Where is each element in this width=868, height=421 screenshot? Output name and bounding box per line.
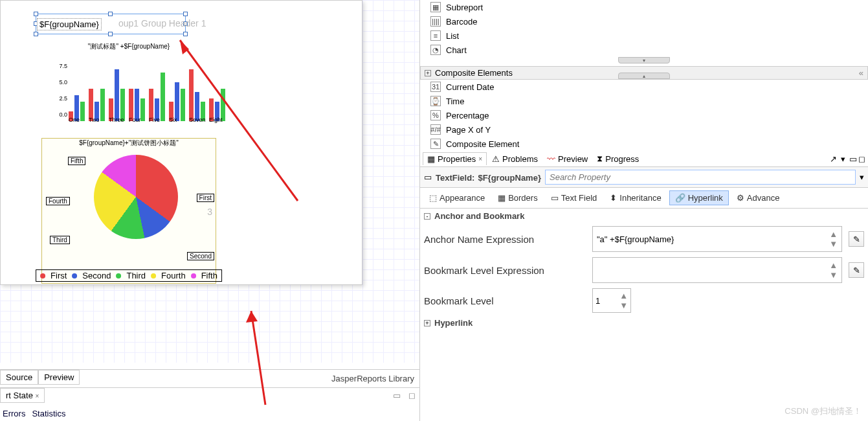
lib-label: JasperReports Library: [331, 374, 414, 383]
maximize-view-icon[interactable]: ◻: [858, 154, 865, 164]
barcode-icon: ||||: [430, 16, 441, 27]
current-date-icon: 31: [430, 82, 441, 92]
collapse-handle-icon[interactable]: ▾: [618, 57, 670, 63]
textfield-groupname[interactable]: $F{groupName}: [37, 18, 102, 30]
palette-item-chart[interactable]: ◔Chart: [420, 43, 868, 57]
pie-label-fourth: Fourth: [46, 197, 70, 205]
bar-xlabel: Three: [109, 117, 124, 123]
palette-item-page-x-of-y[interactable]: #/#Page X of Y: [420, 122, 868, 137]
bar-ylabel: 2.5: [48, 95, 67, 102]
pie-label-third: Third: [50, 236, 70, 244]
bar-chart[interactable]: "测试标题" +$F{groupName} 0.02.55.07.5 OneTw…: [41, 42, 216, 139]
search-property-input[interactable]: [545, 170, 856, 185]
expression-editor-button-2[interactable]: ✎: [849, 262, 864, 278]
composite-header: Composite Elements: [435, 68, 513, 78]
label-bookmark-level: Bookmark Level: [424, 295, 586, 306]
bar-ylabel: 5.0: [48, 79, 67, 85]
expand-icon[interactable]: +: [425, 70, 431, 76]
time-icon: ⌚: [430, 96, 441, 106]
bar: [189, 69, 194, 121]
list-icon: ≡: [430, 30, 441, 41]
hyperlink-icon: 🔗: [675, 193, 685, 203]
tab-preview[interactable]: Preview: [38, 370, 80, 385]
bar: [80, 102, 85, 121]
bar-xlabel: Six: [169, 117, 177, 123]
bar: [175, 82, 179, 121]
bar: [161, 73, 165, 121]
subreport-icon: ▦: [430, 2, 441, 12]
views-tabbar: ▦Properties × ⚠Problems 〰Preview ⧗Progre…: [420, 151, 868, 167]
subtab-appearance[interactable]: ⬚Appearance: [424, 191, 490, 205]
subtab-text-field[interactable]: ▭Text Field: [546, 191, 603, 205]
band-label-header: oup1 Group Header 1: [118, 18, 206, 28]
bar-xlabel: Eight: [209, 117, 223, 123]
label-bookmark-expr: Bookmark Level Expression: [424, 265, 586, 276]
property-subtabs: ⬚Appearance▦Borders▭Text Field⬍Inheritan…: [420, 188, 868, 209]
minimize-icon[interactable]: ▭: [389, 391, 405, 400]
collapse-icon[interactable]: -: [424, 213, 430, 220]
tab-rt-state[interactable]: rt State ×: [0, 388, 45, 403]
collapse-handle-up-icon[interactable]: ▴: [618, 73, 670, 79]
palette-item-barcode[interactable]: ||||Barcode: [420, 14, 868, 28]
menu-icon[interactable]: ▾: [838, 154, 848, 164]
percentage-icon: %: [430, 110, 441, 120]
expression-editor-button[interactable]: ✎: [849, 231, 864, 247]
palette-item-percentage[interactable]: %Percentage: [420, 108, 868, 122]
designer-canvas[interactable]: $F{groupName} oup1 Group Header 1 Detail…: [0, 0, 419, 363]
pie-chart-title: $F{groupName}+"测试饼图小标题": [42, 139, 216, 148]
bar: [115, 69, 119, 121]
bar-xlabel: Five: [149, 117, 160, 123]
text field-icon: ▭: [551, 193, 559, 203]
bar-xlabel: Four: [129, 117, 141, 123]
bar: [140, 98, 145, 121]
subtab-hyperlink[interactable]: 🔗Hyperlink: [669, 190, 729, 205]
link-errors[interactable]: Errors: [3, 409, 25, 418]
chevron-icon[interactable]: «: [859, 68, 863, 78]
pie-chart[interactable]: $F{groupName}+"测试饼图小标题" First Second Thi…: [41, 138, 216, 284]
tab-source[interactable]: Source: [0, 370, 38, 385]
external-icon[interactable]: ↗: [830, 154, 837, 164]
borders-icon: ▦: [498, 193, 506, 203]
bar-ylabel: 7.5: [48, 63, 67, 69]
textfield-icon: ▭: [424, 172, 432, 182]
subtab-inheritance[interactable]: ⬍Inheritance: [605, 191, 666, 205]
inheritance-icon: ⬍: [610, 193, 617, 203]
dropdown-icon[interactable]: ▾: [860, 172, 864, 182]
advance-icon: ⚙: [737, 193, 744, 203]
expand-hyperlink-icon[interactable]: +: [424, 320, 430, 326]
palette-item-list[interactable]: ≡List: [420, 28, 868, 43]
input-bookmark-expr[interactable]: ▲▼: [592, 257, 842, 283]
bar: [100, 89, 105, 121]
tab-progress[interactable]: ⧗Progress: [593, 152, 643, 165]
chart-icon: ◔: [430, 45, 441, 55]
link-statistics[interactable]: Statistics: [32, 409, 65, 418]
composite-element-icon: ✎: [430, 139, 441, 149]
input-anchor-name[interactable]: "a" +$F{groupName}▲▼: [592, 226, 842, 252]
tab-problems[interactable]: ⚠Problems: [488, 153, 542, 165]
subtab-advance[interactable]: ⚙Advance: [731, 191, 785, 205]
pie-label-first: First: [197, 194, 214, 202]
subtab-borders[interactable]: ▦Borders: [493, 191, 543, 205]
bar-xlabel: One: [69, 117, 80, 123]
bar-ylabel: 0.0: [48, 111, 67, 118]
palette-item-current-date[interactable]: 31Current Date: [420, 80, 868, 94]
watermark: CSDN @扫地情圣！: [785, 405, 862, 417]
input-bookmark-level[interactable]: 1▲▼: [592, 288, 631, 313]
palette-item-time[interactable]: ⌚Time: [420, 94, 868, 108]
palette-item-subreport[interactable]: ▦Subreport: [420, 0, 868, 14]
palette-item-composite-element[interactable]: ✎Composite Element: [420, 137, 868, 151]
bar-xlabel: Seven: [189, 117, 206, 123]
tab-properties[interactable]: ▦Properties ×: [423, 152, 487, 165]
restore-icon[interactable]: ◻: [405, 391, 419, 400]
pie-label-second: Second: [187, 252, 214, 260]
section-hyperlink: Hyperlink: [434, 318, 473, 328]
close-icon[interactable]: ×: [36, 393, 39, 400]
property-title: TextField: $F{groupName}: [436, 170, 541, 184]
bar-xlabel: Two: [89, 117, 100, 123]
bar: [181, 89, 185, 121]
palette: ▦Subreport||||Barcode≡List◔Chart ▾ + Com…: [420, 0, 868, 151]
close-icon[interactable]: ×: [478, 155, 482, 163]
minimize-view-icon[interactable]: ▭: [849, 154, 857, 164]
pie-legend: FirstSecondThirdFourthFifth: [36, 269, 222, 282]
tab-preview-view[interactable]: 〰Preview: [543, 153, 592, 165]
